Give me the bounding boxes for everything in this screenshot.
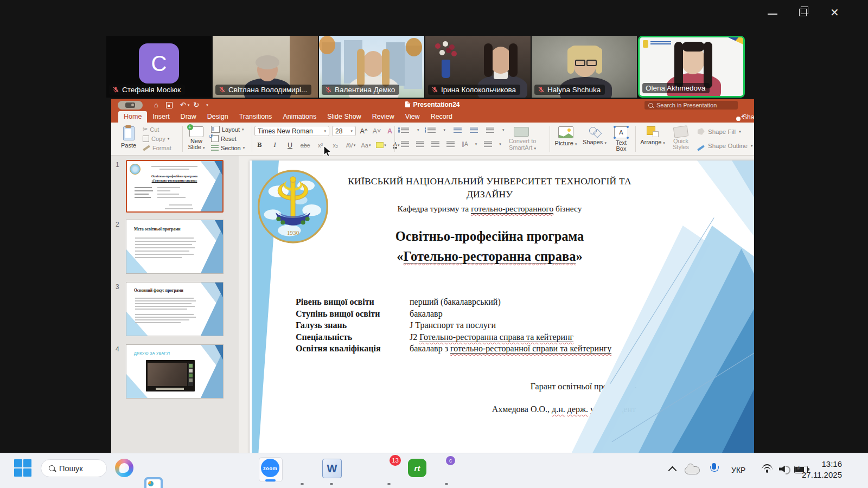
layout-button[interactable]: Layout▾ xyxy=(211,125,250,134)
tab-home[interactable]: Home xyxy=(118,111,147,123)
bold-button[interactable]: B xyxy=(254,140,265,150)
language-indicator[interactable]: УКР xyxy=(731,466,745,474)
thumbnail-text-line xyxy=(157,197,186,198)
arrange-button[interactable]: Arrange ▾ xyxy=(639,123,667,159)
minimize-icon[interactable] xyxy=(768,14,777,15)
shapes-button[interactable]: Shapes ▾ xyxy=(581,123,608,159)
justify-button[interactable] xyxy=(446,141,455,147)
line-spacing-button[interactable] xyxy=(486,127,494,133)
grow-font-button[interactable]: A^ xyxy=(359,126,369,136)
shrink-font-button[interactable]: A˅ xyxy=(372,126,382,136)
slide-thumbnail-4[interactable]: ДЯКУЮ ЗА УВАГУ! xyxy=(126,344,224,399)
section-button[interactable]: Section▾ xyxy=(211,143,250,152)
font-name-dropdown-icon: ▾ xyxy=(324,129,326,133)
thumbnail-decoration xyxy=(182,282,223,336)
align-right-button[interactable] xyxy=(431,141,439,147)
tab-design[interactable]: Design xyxy=(202,111,234,123)
close-icon[interactable]: ✕ xyxy=(830,7,839,18)
tab-view[interactable]: View xyxy=(400,111,425,123)
text-direction-dropdown-icon[interactable]: ▾ xyxy=(475,142,477,146)
slide-thumbnail-3[interactable]: Основний фокус програми xyxy=(126,282,224,336)
ribbon-tabs: HomeInsertDrawDesignTransitionsAnimation… xyxy=(111,111,754,123)
increase-indent-button[interactable] xyxy=(470,127,478,133)
participant-name-label: Ірина Колокольчикова xyxy=(428,85,520,95)
participant-tile[interactable]: C Стефанія Мосіюк xyxy=(106,36,212,98)
participant-tile-active-speaker[interactable]: Olena Akhmedova xyxy=(638,36,745,98)
slide-thumbnail-1[interactable]: Освітньо-професійна програма «Готельно-р… xyxy=(126,160,224,213)
tab-slide-show[interactable]: Slide Show xyxy=(322,111,367,123)
copy-dropdown-icon: ▾ xyxy=(168,137,170,141)
font-name-select[interactable]: Times New Roman▾ xyxy=(254,126,329,136)
copilot-icon[interactable] xyxy=(115,459,133,477)
shape-fill-button[interactable]: Shape Fill▾ xyxy=(697,125,754,139)
word-icon[interactable]: W xyxy=(322,459,342,478)
search-icon xyxy=(49,465,55,471)
decrease-indent-button[interactable] xyxy=(454,127,462,133)
shape-outline-dropdown-icon: ▾ xyxy=(751,144,753,148)
bullets-dropdown-icon[interactable]: ▾ xyxy=(417,128,419,132)
restore-icon[interactable] xyxy=(799,9,807,16)
tray-expand-icon[interactable] xyxy=(668,466,677,475)
microphone-tray-icon[interactable] xyxy=(712,463,716,470)
tab-animations[interactable]: Animations xyxy=(277,111,322,123)
numbering-dropdown-icon[interactable]: ▾ xyxy=(444,128,446,132)
convert-to-smartart-button[interactable]: Convert to SmartArt ▾ xyxy=(497,138,547,152)
tab-insert[interactable]: Insert xyxy=(147,111,175,123)
numbering-button[interactable] xyxy=(427,127,436,133)
shape-outline-button[interactable]: Shape Outline▾ xyxy=(697,139,754,153)
change-case-button[interactable]: Aa▾ xyxy=(361,140,371,150)
participant-video xyxy=(567,48,574,74)
clock[interactable]: 13:16 27.11.2025 xyxy=(802,459,842,480)
arrange-label: Arrange ▾ xyxy=(640,139,665,145)
shapes-label: Shapes ▾ xyxy=(583,139,607,145)
text-direction-button[interactable]: ∥A xyxy=(462,141,468,147)
tab-record[interactable]: Record xyxy=(425,111,458,123)
slide-thumbnail-2[interactable]: Мета освітньої програми xyxy=(126,220,224,274)
character-spacing-button[interactable]: AV▾ xyxy=(346,140,356,150)
font-size-select[interactable]: 28▾ xyxy=(332,126,356,136)
copy-button[interactable]: Copy▾ xyxy=(143,134,181,143)
thumbnail-media-thumbs xyxy=(189,364,193,368)
paste-button[interactable]: Paste xyxy=(116,123,142,159)
text-box-button[interactable]: A Text Box xyxy=(610,123,632,159)
italic-button[interactable]: I xyxy=(270,140,280,150)
current-slide[interactable]: 1930 КИЇВСЬКИЙ НАЦІОНАЛЬНИЙ УНІВЕРСИТЕТ … xyxy=(250,160,754,453)
detail-label: Спеціальність xyxy=(296,332,410,344)
new-slide-button[interactable]: New Slide ▾ xyxy=(184,123,209,159)
participant-name-label: Стефанія Мосіюк xyxy=(109,85,185,95)
reset-button[interactable]: Reset xyxy=(211,134,250,143)
document-title-text: Presentation24 xyxy=(413,101,459,108)
format-painter-button[interactable]: Format xyxy=(143,143,181,152)
participant-tile[interactable]: Валентина Демко xyxy=(319,36,424,98)
picture-button[interactable]: Picture ▾ xyxy=(553,123,579,159)
thumbnail-text-line xyxy=(165,208,193,209)
tab-review[interactable]: Review xyxy=(367,111,400,123)
taskbar-search[interactable]: Пошук xyxy=(41,459,107,477)
participant-tile[interactable]: Ірина Колокольчикова xyxy=(425,36,531,98)
align-center-button[interactable] xyxy=(416,141,424,147)
quick-styles-button[interactable]: Quick Styles xyxy=(669,123,693,159)
participant-tile[interactable]: Світлана Володимирі... xyxy=(213,36,318,98)
strikethrough-button[interactable]: abc xyxy=(300,140,310,150)
share-button[interactable]: Share xyxy=(736,113,754,121)
widgets-icon[interactable] xyxy=(144,477,163,488)
align-text-button[interactable] xyxy=(484,141,492,147)
cut-button[interactable]: ✂Cut xyxy=(143,125,181,134)
bullets-button[interactable] xyxy=(401,127,409,133)
wifi-icon[interactable] xyxy=(762,464,773,473)
reset-label: Reset xyxy=(221,136,237,142)
participant-tile[interactable]: Halyna Shchuka xyxy=(532,36,637,98)
clear-formatting-button[interactable]: A xyxy=(385,126,395,136)
slide-editing-area: 1930 КИЇВСЬКИЙ НАЦІОНАЛЬНИЙ УНІВЕРСИТЕТ … xyxy=(239,156,754,453)
onedrive-icon[interactable] xyxy=(685,466,700,474)
detail-label: Ступінь вищої освіти xyxy=(296,309,410,321)
tab-draw[interactable]: Draw xyxy=(175,111,202,123)
zoom-icon[interactable]: zoom xyxy=(261,459,279,477)
tab-transitions[interactable]: Transitions xyxy=(234,111,278,123)
search-in-presentation[interactable]: Search in Presentation xyxy=(644,101,738,110)
start-button[interactable] xyxy=(14,459,33,478)
underline-button[interactable]: U xyxy=(285,140,295,150)
highlight-color-button[interactable]: ▾ xyxy=(376,140,386,150)
align-left-button[interactable] xyxy=(401,141,409,147)
rocket-icon[interactable]: rt xyxy=(408,459,426,477)
